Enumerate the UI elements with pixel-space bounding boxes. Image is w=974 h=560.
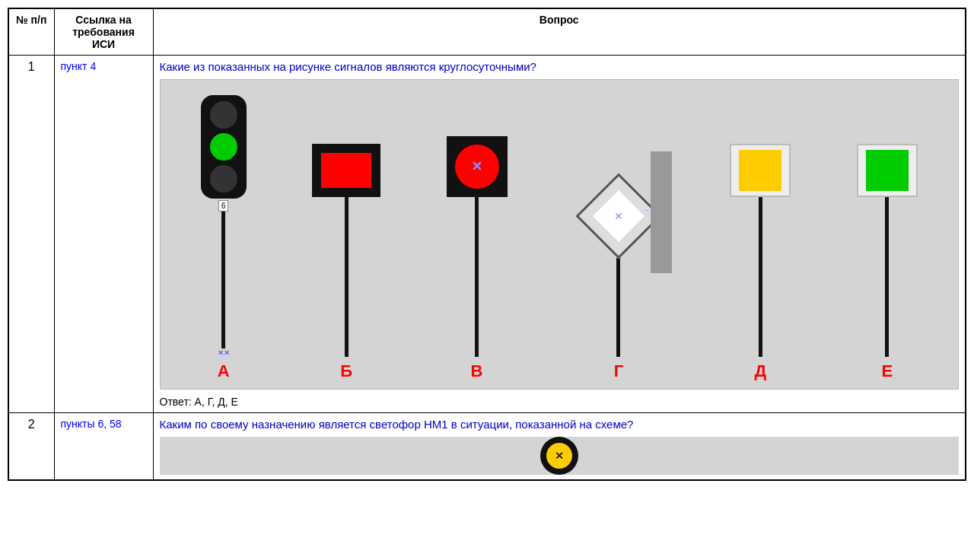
diamond-inner: ✕ [593, 190, 645, 242]
signal-b: Б [312, 144, 380, 381]
gray-bar [651, 151, 672, 273]
table-row: 1 пункт 4 Какие из показанных на рисунке… [8, 56, 966, 413]
signal-a-label: А [218, 361, 230, 381]
row-number: 1 [8, 56, 54, 413]
signal-e-pole [885, 197, 889, 357]
signal-v-label: В [471, 361, 483, 381]
signal-e: Е [857, 144, 918, 381]
g-dashes: - - [646, 205, 654, 214]
row2-number: 2 [8, 413, 54, 481]
signal-e-body [857, 144, 918, 197]
diamond-x-mark: ✕ [614, 210, 623, 222]
signal-d: Д [730, 144, 791, 381]
nm1-signal: ✕ [540, 437, 578, 475]
header-question: Вопрос [153, 8, 966, 56]
row2-ref: пункты 6, 58 [54, 413, 153, 481]
signal-g-pole [616, 258, 620, 357]
signal-e-label: Е [881, 361, 893, 381]
row-ref: пункт 4 [54, 56, 153, 413]
signal-g: ✕ - - Г [573, 167, 664, 381]
red-circle: ✕ [455, 145, 499, 189]
signal-illustration: 6 ✕✕ А Б [160, 79, 960, 390]
red-rectangle [321, 153, 371, 188]
ref-link[interactable]: пункт 4 [61, 60, 97, 72]
row2-signal-image: ✕ [160, 437, 960, 475]
signal-v: ✕ В [447, 136, 508, 381]
signal-a-cross: ✕✕ [218, 348, 230, 357]
answer-text: Ответ: А, Г, Д, Е [160, 396, 960, 408]
signal-b-pole [345, 197, 349, 357]
nm1-x-mark: ✕ [555, 450, 564, 462]
signal-d-label: Д [754, 361, 766, 381]
header-ref: Ссылка на требования ИСИ [54, 8, 153, 56]
question-text: Какие из показанных на рисунке сигналов … [160, 60, 960, 73]
diamond-wrapper: ✕ - - [573, 167, 664, 258]
signal-d-pole [759, 197, 762, 357]
green-square [866, 150, 909, 191]
main-table: № п/п Ссылка на требования ИСИ Вопрос 1 … [8, 8, 966, 481]
light-top [210, 101, 237, 129]
light-bottom [210, 165, 237, 192]
v-x-mark: ✕ [471, 158, 482, 175]
signal-a-badge: 6 [218, 200, 229, 212]
row-question: Какие из показанных на рисунке сигналов … [153, 56, 966, 413]
table-header-row: № п/п Ссылка на требования ИСИ Вопрос [8, 8, 966, 56]
diamond-shape: ✕ [575, 173, 661, 259]
signal-g-label: Г [614, 361, 623, 381]
signal-v-pole [475, 197, 479, 357]
header-num: № п/п [8, 8, 54, 56]
light-green [210, 133, 237, 161]
row2-question-text: Каким по своему назначению является свет… [160, 418, 960, 431]
signal-v-body: ✕ [447, 136, 508, 197]
signal-d-body [730, 144, 791, 197]
traffic-light-a [201, 95, 247, 199]
signal-b-body [312, 144, 380, 197]
signal-a-pole [221, 212, 225, 348]
row2-question-col: Каким по своему назначению является свет… [153, 413, 966, 481]
table-row-2: 2 пункты 6, 58 Каким по своему назначени… [8, 413, 966, 481]
yellow-square [739, 150, 781, 191]
row2-ref-link[interactable]: пункты 6, 58 [61, 418, 122, 430]
nm1-inner: ✕ [546, 443, 572, 469]
signal-b-label: Б [340, 361, 352, 381]
signal-a: 6 ✕✕ А [201, 95, 247, 381]
